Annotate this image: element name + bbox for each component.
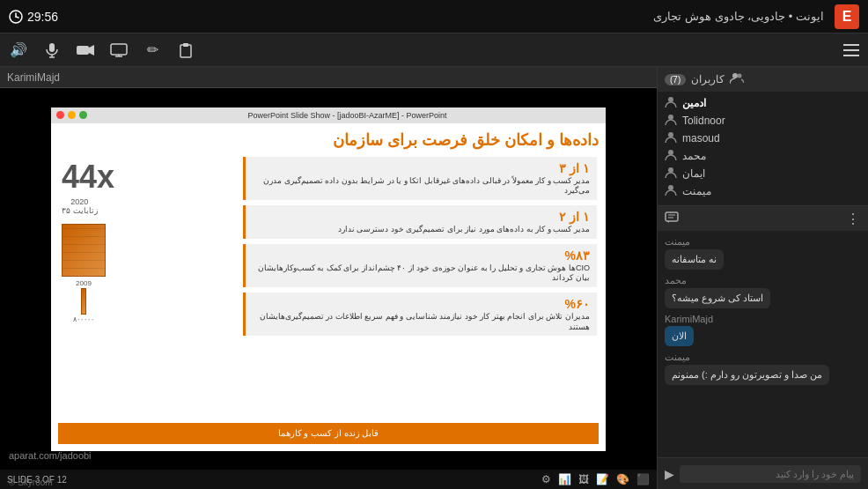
user-avatar-icon [665,113,677,128]
stat-card-1: ۱ از ۳ مدیر کسب و کار معمولاً در قبالی د… [243,157,597,200]
slide-big-number: 44x [62,159,114,196]
menu-button[interactable] [843,44,859,56]
stat-number-4: %۶۰ [565,297,590,311]
camera-icon[interactable] [76,41,95,60]
slide-tool-chart[interactable]: 📊 [558,473,571,485]
stat-text-3: CIO‌ها هوش تجاری و تحلیل را به عنوان حوز… [253,263,590,284]
stat-text-4: مدیران تلاش برای انجام بهتر کار خود نیاز… [253,312,590,332]
user-item: میمنت [665,183,861,198]
slide-toolbar-icons: ⚙ 📊 🖼 📝 🎨 ⬛ [541,473,650,485]
chat-input[interactable] [680,465,861,483]
stat-text-2: مدیر کسب و کار به داده‌های مورد نیاز برا… [253,225,590,235]
user-avatar-icon [665,148,677,163]
slide-window-title: PowerPoint Slide Show - [jadooBI-AzarME]… [94,111,600,120]
svg-rect-6 [77,46,89,55]
chat-sender: میمنت [665,236,690,248]
chat-bubble: استاد کی شروع میشه؟ [665,288,770,308]
svg-point-18 [668,150,673,155]
user-item: محمد [665,148,861,163]
clipboard-icon[interactable] [176,41,195,60]
slide-tool-color[interactable]: 🎨 [616,473,629,485]
slide-bottom-text: قابل زنده از کسب و کارهما [278,428,379,438]
slide-tool-notes[interactable]: 📝 [596,473,609,485]
svg-rect-8 [111,44,127,55]
slide-year-2020: 2020 [70,197,88,206]
users-header: کاربران (7) [658,67,868,92]
svg-marker-7 [89,45,94,56]
chat-bubble: نه متاسفانه [665,249,724,270]
chat-bubble: الان [665,326,694,346]
stat-card-2: ۱ از ۲ مدیر کسب و کار به داده‌های مورد ن… [243,205,597,239]
slide-tool-image[interactable]: 🖼 [578,473,589,485]
chat-message: KarimiMajd الان [665,314,861,346]
slide-title-bar: PowerPoint Slide Show - [jadooBI-AzarME]… [51,107,606,123]
user-avatar-icon [665,166,677,181]
timer: 29:56 [9,10,58,24]
users-list: ادمین Tolidnoor masoud محمد [658,92,868,202]
clock-icon [9,10,23,24]
user-name: ایمان [682,167,705,180]
brick-tall [62,224,106,277]
user-avatar-icon [665,183,677,198]
top-bar-right: ایونت • جادویی، جادوی هوش تجاری E [653,4,859,29]
stat-number-1: ۱ از ۳ [559,161,590,175]
user-name: میمنت [682,185,711,197]
mic-icon[interactable] [42,41,62,60]
slide-tool-black[interactable]: ⬛ [636,473,650,485]
user-item: masoud [665,130,861,145]
svg-rect-12 [183,43,188,47]
user-name: ادمین [682,97,706,109]
win-max-btn[interactable] [79,111,87,119]
win-close-btn[interactable] [56,111,64,119]
chat-options-icon[interactable]: ⋮ [846,211,861,227]
chat-bubble: من صدا و تصویرتون رو دارم :) ممنونم [665,365,829,385]
users-count-badge: (7) [665,74,686,85]
users-icon [730,71,744,88]
speaker-icon[interactable]: 🔊 [9,41,28,60]
svg-point-14 [738,73,742,78]
slide-right: ۱ از ۳ مدیر کسب و کار معمولاً در قبالی د… [241,155,599,423]
svg-rect-11 [180,45,191,57]
chat-send-button[interactable]: ▶ [665,467,674,481]
pen-icon[interactable]: ✏ [143,41,162,60]
presenter-bar: KarimiMajd [0,67,657,88]
svg-point-15 [668,97,673,102]
chat-sender: میمنت [665,352,690,363]
slide-2009-sub: ۸۰۰۰۰۰ [73,315,94,323]
slide-year-2009: 2009 [76,279,92,287]
chat-message: محمد استاد کی شروع میشه؟ [665,275,861,308]
chat-sender: KarimiMajd [665,314,713,324]
chat-section: ⋮ میمنت نه متاسفانه محمد استاد کی شروع م… [658,206,868,489]
slide-area: KarimiMajd PowerPoint Slide Show - [jado… [0,67,657,489]
slide-bottom-bar: قابل زنده از کسب و کارهما [58,423,599,444]
stat-text-1: مدیر کسب و کار معمولاً در قبالی داده‌های… [253,176,590,196]
stat-number-2: ۱ از ۲ [559,210,590,224]
slide-tool-settings[interactable]: ⚙ [541,473,551,485]
user-avatar-icon [665,130,677,145]
win-min-btn[interactable] [68,111,76,119]
svg-point-20 [668,185,673,190]
chat-messages: میمنت نه متاسفانه محمد استاد کی شروع میش… [658,231,868,457]
stat-card-4: %۶۰ مدیران تلاش برای انجام بهتر کار خود … [243,293,597,336]
screen-icon[interactable] [109,41,129,60]
user-name: محمد [682,150,706,162]
slide-year-label: 2020 ۳۵ زتابایت [62,197,98,215]
toolbar-right [843,44,859,56]
stat-card-3: %۸۳ CIO‌ها هوش تجاری و تحلیل را به عنوان… [243,244,597,287]
svg-line-2 [16,17,18,18]
chat-header: ⋮ [658,206,868,231]
chat-input-area: ▶ [658,457,868,489]
user-name: Tolidnoor [682,115,725,127]
chat-icon [665,211,679,226]
slide-body: داده‌ها و امکان خلق فرصت برای سازمان 44x… [51,123,606,451]
user-item: Tolidnoor [665,113,861,128]
watermark: aparat.com/jadoobi [9,450,92,461]
svg-point-16 [668,115,673,120]
svg-point-19 [668,167,673,173]
slide-left: 44x 2020 ۳۵ زتابایت [58,155,234,423]
timer-value: 29:56 [27,10,58,24]
slide-zeta-sub: ۳۵ زتابایت [62,206,98,215]
stat-number-3: %۸۳ [565,248,590,263]
svg-rect-21 [666,212,678,221]
slide-main-title: داده‌ها و امکان خلق فرصت برای سازمان [58,130,599,150]
